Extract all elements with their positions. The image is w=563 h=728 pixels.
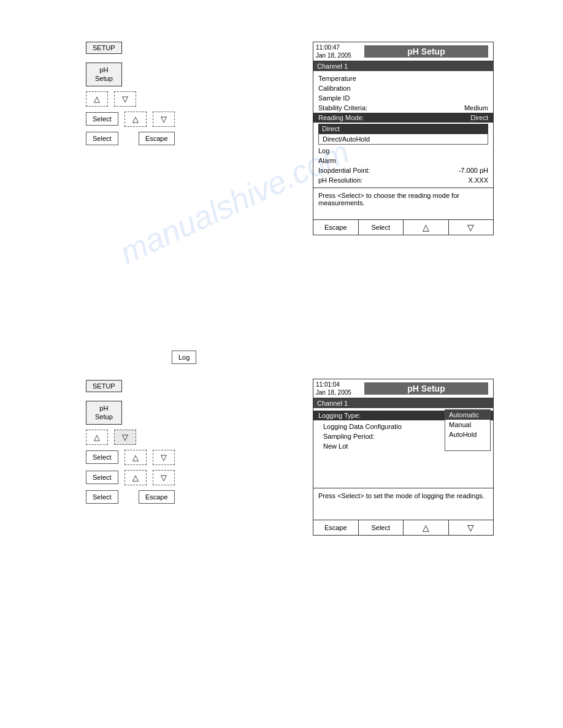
menu-list-bottom: Logging Type:Automatic Logging Data Conf… xyxy=(313,408,493,488)
menu-item-new-lot: New Lot xyxy=(318,441,445,451)
panel-header-top: 11:00:47 Jan 18, 2005 pH Setup xyxy=(313,42,493,61)
menu-item-alarm: Alarm xyxy=(313,156,493,165)
setup-button-top[interactable]: SETUP xyxy=(86,42,122,54)
select-button-bottom-2[interactable]: Select xyxy=(86,471,118,484)
panel-channel-top: Channel 1 xyxy=(313,61,493,71)
setup-button-bottom[interactable]: SETUP xyxy=(86,380,122,392)
select-button-bottom-1[interactable]: Select xyxy=(86,450,118,464)
down-arrow-top[interactable]: ▽ xyxy=(114,91,136,107)
menu-item-calibration: Calibration xyxy=(313,83,493,93)
menu-item-reading-mode: Reading Mode:Direct xyxy=(313,113,493,123)
footer-up-top[interactable]: △ xyxy=(404,220,449,235)
time-text-top: 11:00:47 xyxy=(316,44,362,51)
select-button-top-1[interactable]: Select xyxy=(86,112,118,126)
up-arrow-bottom-3[interactable]: △ xyxy=(124,470,147,485)
footer-escape-top[interactable]: Escape xyxy=(313,220,359,235)
escape-button-top[interactable]: Escape xyxy=(139,132,175,145)
menu-item-logging-data: Logging Data Configuratio xyxy=(318,422,445,431)
escape-button-bottom[interactable]: Escape xyxy=(139,490,175,504)
panel-time-bottom: 11:01:04 Jan 18, 2005 xyxy=(316,381,362,396)
panel-title-bottom: pH Setup xyxy=(364,382,488,395)
footer-bottom: Escape Select △ ▽ xyxy=(313,520,493,535)
footer-down-bottom[interactable]: ▽ xyxy=(449,520,494,535)
up-arrow-bottom-1[interactable]: △ xyxy=(86,430,108,445)
log-button[interactable]: Log xyxy=(172,351,196,364)
ph-setup-button-bottom[interactable]: pHSetup xyxy=(86,401,122,425)
dropdown-logging-options[interactable]: Automatic Manual AutoHold xyxy=(445,409,491,451)
dropdown-logging-type[interactable]: Logging Data Configuratio Sampling Perio… xyxy=(318,422,493,451)
log-label-area: Log xyxy=(172,351,196,364)
select-button-top-2[interactable]: Select xyxy=(86,132,118,145)
panel-header-bottom: 11:01:04 Jan 18, 2005 pH Setup xyxy=(313,379,493,398)
date-text-bottom: Jan 18, 2005 xyxy=(316,389,362,396)
ph-panel-top: 11:00:47 Jan 18, 2005 pH Setup Channel 1… xyxy=(313,42,494,235)
dropdown-option-automatic[interactable]: Automatic xyxy=(445,410,490,420)
up-arrow-top[interactable]: △ xyxy=(86,91,108,107)
footer-escape-bottom[interactable]: Escape xyxy=(313,520,359,535)
menu-item-temperature: Temperature xyxy=(313,74,493,83)
dropdown-option-autohold[interactable]: AutoHold xyxy=(445,430,490,439)
menu-item-stability: Stability Criteria:Medium xyxy=(313,103,493,113)
dropdown-option-direct-autohold[interactable]: Direct/AutoHold xyxy=(318,134,488,145)
down-arrow-bottom-3[interactable]: ▽ xyxy=(153,470,175,485)
dropdown-option-manual[interactable]: Manual xyxy=(445,420,490,430)
hint-box-bottom: Press <Select> to set the mode of loggin… xyxy=(313,488,493,520)
ph-panel-bottom: 11:01:04 Jan 18, 2005 pH Setup Channel 1… xyxy=(313,379,494,536)
menu-list-top: Temperature Calibration Sample ID Stabil… xyxy=(313,71,493,188)
panel-channel-bottom: Channel 1 xyxy=(313,398,493,408)
menu-item-ph-resolution: pH Resolution:X.XXX xyxy=(313,175,493,185)
select-button-bottom-3[interactable]: Select xyxy=(86,490,118,504)
footer-select-bottom[interactable]: Select xyxy=(359,520,404,535)
panel-time-top: 11:00:47 Jan 18, 2005 xyxy=(316,44,362,59)
menu-item-isopdential: Isopdential Point:-7.000 pH xyxy=(313,165,493,175)
date-text-top: Jan 18, 2005 xyxy=(316,51,362,59)
down-arrow-bottom-2[interactable]: ▽ xyxy=(153,450,175,465)
time-text-bottom: 11:01:04 xyxy=(316,381,362,389)
footer-up-bottom[interactable]: △ xyxy=(404,520,449,535)
down-arrow-top-2[interactable]: ▽ xyxy=(153,112,175,127)
ph-setup-button-top[interactable]: pHSetup xyxy=(86,63,122,86)
footer-top: Escape Select △ ▽ xyxy=(313,219,493,235)
menu-item-sampling-period: Sampling Period: xyxy=(318,431,445,441)
keyboard-bottom: SETUP pHSetup △ ▽ Select △ ▽ Select △ ▽ … xyxy=(86,380,175,509)
footer-select-top[interactable]: Select xyxy=(359,220,404,235)
menu-item-sample-id: Sample ID xyxy=(313,93,493,103)
keyboard-top: SETUP pHSetup △ ▽ Select △ ▽ Select Esca… xyxy=(86,42,175,150)
up-arrow-top-2[interactable]: △ xyxy=(124,112,147,127)
hint-box-top: Press <Select> to choose the reading mod… xyxy=(313,188,493,219)
dropdown-selected-direct[interactable]: Direct xyxy=(318,124,488,134)
footer-down-top[interactable]: ▽ xyxy=(449,220,494,235)
dropdown-reading-mode[interactable]: Direct Direct/AutoHold xyxy=(318,124,488,145)
up-arrow-bottom-2[interactable]: △ xyxy=(124,450,147,465)
menu-item-log: Log xyxy=(313,146,493,156)
down-arrow-bottom-1[interactable]: ▽ xyxy=(114,430,136,445)
panel-title-top: pH Setup xyxy=(364,45,488,58)
